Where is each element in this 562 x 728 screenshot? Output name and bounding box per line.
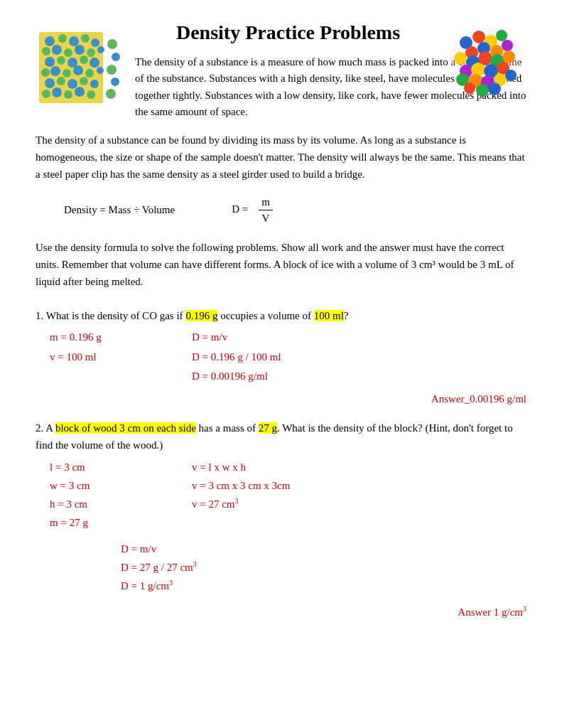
fraction-denominator: V [259, 210, 273, 225]
svg-point-10 [87, 48, 95, 57]
problem-1-step2: D = 0.196 g / 100 ml [192, 348, 526, 367]
svg-point-60 [505, 70, 517, 81]
problem-1-empty [50, 368, 192, 386]
problem-1-answer-value: 0.00196 g/ml [470, 393, 526, 405]
problem-2-var-l: l = 3 cm [50, 458, 192, 476]
instructions-text: Use the density formula to solve the fol… [36, 239, 526, 290]
svg-point-17 [41, 68, 50, 77]
problem-2-text-before: A [45, 422, 55, 434]
problem-2-vars-grid: l = 3 cm w = 3 cm h = 3 cm m = 27 g v = … [50, 458, 526, 532]
problem-2-answer-label: Answer [458, 606, 493, 618]
problem-2-title: 2. A block of wood 3 cm on each side has… [36, 419, 526, 454]
svg-point-25 [67, 79, 77, 89]
problem-2-calc-step1: D = m/v [121, 540, 526, 558]
problem-2-answer-value: 1 g/cm3 [494, 606, 526, 618]
problem-2-vars-right: v = l x w x h v = 3 cm x 3 cm x 3cm v = … [192, 458, 526, 532]
problem-2-number: 2. [36, 422, 43, 434]
problem-1-answer-label: Answer_ [431, 393, 470, 405]
problem-2-vol-step2: v = 3 cm x 3 cm x 3cm [192, 476, 526, 495]
svg-point-6 [42, 47, 50, 55]
problem-1-number: 1. [36, 310, 43, 321]
problem-2-text-middle: has a mass of [196, 422, 259, 434]
svg-point-22 [97, 67, 104, 74]
svg-point-37 [106, 89, 116, 99]
problem-1-var-v: v = 100 ml [50, 348, 192, 367]
svg-point-28 [42, 90, 50, 98]
intro-paragraph-2: The density of a substance can be found … [36, 132, 526, 183]
problem-2-calc-step2: D = 27 g / 27 cm3 [121, 558, 526, 577]
problem-2-calc-step3: D = 1 g/cm3 [121, 577, 526, 595]
svg-point-61 [464, 82, 475, 94]
formula-text: Density = Mass ÷ Volume [64, 204, 175, 216]
svg-point-47 [454, 52, 467, 65]
problem-1-title: 1. What is the density of CO gas if 0.19… [36, 307, 526, 324]
header-section: Density Practice Problems The density of… [36, 21, 526, 120]
svg-point-36 [111, 77, 119, 86]
formula-section: Density = Mass ÷ Volume D = m V [64, 196, 526, 225]
problem-1-text-before: What is the density of CO gas if [46, 310, 186, 321]
svg-point-29 [52, 87, 62, 97]
problem-1-text-after: ? [344, 310, 349, 321]
svg-point-7 [52, 45, 62, 55]
svg-point-2 [58, 34, 67, 43]
svg-point-13 [57, 56, 65, 65]
svg-point-3 [69, 36, 79, 46]
problem-1: 1. What is the density of CO gas if 0.19… [36, 307, 526, 405]
problem-2: 2. A block of wood 3 cm on each side has… [36, 419, 526, 619]
svg-point-51 [502, 50, 515, 63]
formula-d-label: D = m V [232, 196, 273, 225]
svg-point-15 [80, 55, 88, 64]
page-title: Density Practice Problems [135, 21, 441, 44]
svg-point-35 [107, 65, 117, 75]
svg-point-63 [488, 82, 501, 95]
svg-point-4 [81, 34, 90, 43]
fraction-numerator: m [259, 196, 273, 210]
svg-point-9 [75, 45, 85, 55]
svg-point-24 [57, 77, 65, 85]
svg-point-18 [50, 66, 60, 76]
svg-point-1 [45, 36, 55, 46]
problem-1-step3: D = 0.00196 g/ml [192, 368, 526, 386]
svg-point-19 [63, 69, 71, 77]
left-molecule-image [36, 28, 121, 110]
problem-1-text-middle: occupies a volume of [217, 310, 313, 321]
problem-2-var-h: h = 3 cm [50, 495, 192, 513]
svg-point-5 [91, 38, 99, 47]
problem-1-answer: Answer_0.00196 g/ml [36, 393, 526, 405]
density-fraction: m V [259, 196, 273, 225]
problem-1-step1: D = m/v [192, 328, 526, 347]
problem-2-answer: Answer 1 g/cm3 [36, 605, 526, 619]
svg-point-46 [502, 40, 513, 51]
problem-1-var-m: m = 0.196 g [50, 328, 192, 347]
svg-point-62 [476, 84, 489, 97]
svg-point-8 [64, 48, 72, 57]
svg-point-31 [75, 87, 85, 97]
svg-point-33 [107, 39, 117, 49]
svg-point-27 [90, 80, 99, 88]
problem-1-highlight-mass: 0.196 g [185, 310, 217, 321]
svg-point-32 [87, 90, 95, 99]
svg-point-30 [64, 90, 72, 99]
problem-1-solution-grid: m = 0.196 g D = m/v v = 100 ml D = 0.196… [50, 328, 526, 386]
svg-point-21 [85, 69, 94, 77]
problem-2-vars-left: l = 3 cm w = 3 cm h = 3 cm m = 27 g [50, 458, 192, 532]
problem-2-highlight-mass: 27 g [259, 422, 277, 434]
svg-point-34 [112, 53, 120, 61]
svg-point-12 [45, 57, 55, 67]
problem-2-vol-step1: v = l x w x h [192, 458, 526, 476]
problem-2-var-m: m = 27 g [50, 513, 192, 532]
problem-2-vol-step3: v = 27 cm3 [192, 495, 526, 513]
svg-point-16 [90, 58, 99, 68]
problem-2-highlight-wood: block of wood 3 cm on each side [55, 422, 196, 434]
right-molecule-image [445, 21, 526, 100]
svg-point-11 [97, 46, 104, 53]
svg-point-40 [472, 31, 485, 43]
svg-point-42 [496, 30, 507, 41]
problem-2-var-w: w = 3 cm [50, 476, 192, 495]
problem-1-highlight-volume: 100 ml [314, 310, 344, 321]
svg-point-23 [45, 78, 55, 88]
svg-point-20 [73, 65, 83, 75]
svg-point-26 [80, 77, 88, 85]
problem-2-calc: D = m/v D = 27 g / 27 cm3 D = 1 g/cm3 [121, 540, 526, 596]
